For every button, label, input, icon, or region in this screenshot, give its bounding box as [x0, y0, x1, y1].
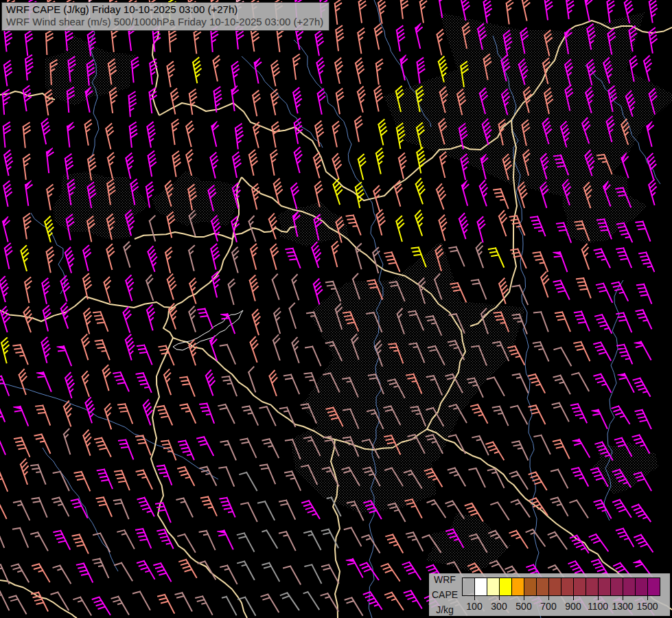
legend-tick-label: 1300: [612, 601, 633, 612]
legend-cell: [512, 578, 524, 595]
legend-cell: [487, 578, 500, 595]
legend-tick-label: 900: [565, 601, 581, 612]
legend-tick: [598, 595, 599, 600]
weather-map: [0, 0, 672, 618]
legend-cell: [648, 578, 660, 595]
legend-cell: [500, 578, 512, 595]
legend-cell: [586, 578, 599, 595]
legend-cell: [561, 578, 574, 595]
legend-tick-label: 1100: [588, 601, 608, 612]
legend-tick: [623, 595, 623, 600]
legend-color-bar: [462, 577, 660, 596]
legend-cell: [524, 578, 537, 595]
title-panel: WRF CAPE (J/kg) Friday 10-10-2025 03:00 …: [1, 2, 329, 31]
legend-title: WRF CAPE J/kg: [429, 575, 461, 615]
legend-title-line: CAPE: [432, 590, 458, 599]
legend-tick: [474, 595, 475, 600]
legend-cell: [574, 578, 586, 595]
legend-cell: [599, 578, 611, 595]
legend-tick: [647, 595, 648, 600]
legend-tick: [499, 595, 500, 600]
legend-cell: [537, 578, 549, 595]
legend-tick-label: 100: [466, 601, 482, 612]
legend-tick-label: 700: [540, 601, 556, 612]
legend-tick-label: 1500: [636, 601, 658, 612]
legend-tick: [573, 595, 574, 600]
legend-cell: [623, 578, 636, 595]
legend-cell: [475, 578, 487, 595]
cape-legend: WRF CAPE J/kg 10030050070090011001300150…: [429, 573, 670, 616]
legend-tick: [548, 595, 549, 600]
map-title-windshear: WRF Wind shear (m/s) 500/1000hPa Friday …: [6, 16, 323, 28]
legend-title-line: J/kg: [436, 605, 454, 615]
legend-tick-label: 500: [515, 601, 531, 612]
legend-cell: [636, 578, 648, 595]
legend-tick: [524, 595, 524, 600]
legend-cell: [611, 578, 623, 595]
map-title-cape: WRF CAPE (J/kg) Friday 10-10-2025 03:00 …: [6, 3, 323, 16]
legend-cell: [463, 578, 475, 595]
legend-title-line: WRF: [434, 575, 456, 584]
legend-tick-label: 300: [491, 601, 507, 612]
legend-cell: [549, 578, 561, 595]
